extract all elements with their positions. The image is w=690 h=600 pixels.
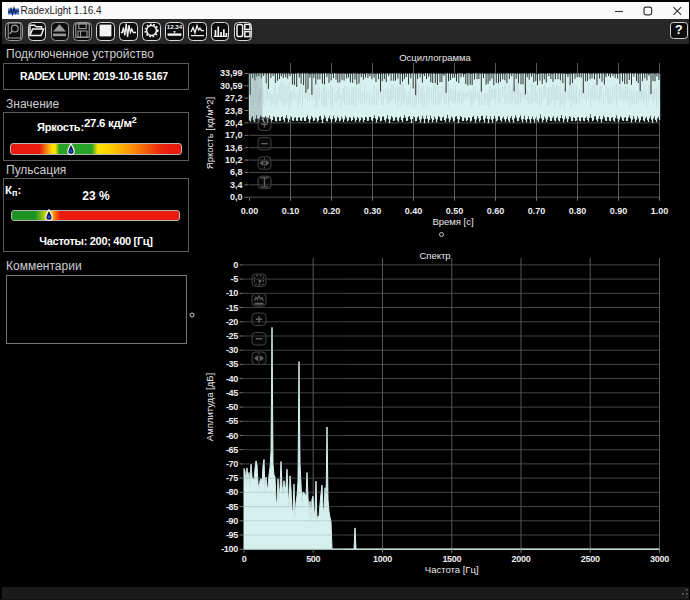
svg-text:17,0: 17,0 bbox=[225, 130, 243, 140]
svg-text:0.80: 0.80 bbox=[569, 206, 587, 216]
svg-text:Частота [Гц]: Частота [Гц] bbox=[425, 564, 479, 575]
svg-text:6,8: 6,8 bbox=[230, 167, 243, 177]
svg-text:0: 0 bbox=[242, 554, 247, 564]
svg-text:-80: -80 bbox=[226, 487, 238, 497]
svg-text:30,59: 30,59 bbox=[220, 81, 243, 91]
svg-text:0.30: 0.30 bbox=[364, 206, 382, 216]
svg-text:-35: -35 bbox=[226, 359, 238, 369]
svg-text:3,4: 3,4 bbox=[230, 180, 243, 190]
svg-text:1.00: 1.00 bbox=[651, 206, 669, 216]
svg-text:500: 500 bbox=[306, 554, 320, 564]
svg-text:0.90: 0.90 bbox=[610, 206, 628, 216]
svg-text:-90: -90 bbox=[226, 516, 238, 526]
svg-text:-15: -15 bbox=[226, 303, 238, 313]
svg-text:Яркость [кд/м^2]: Яркость [кд/м^2] bbox=[204, 97, 215, 169]
svg-text:0.50: 0.50 bbox=[446, 206, 464, 216]
svg-text:-85: -85 bbox=[226, 502, 238, 512]
svg-text:2500: 2500 bbox=[581, 554, 600, 564]
svg-text:-10: -10 bbox=[226, 288, 238, 298]
svg-text:2000: 2000 bbox=[512, 554, 531, 564]
svg-text:Спектр: Спектр bbox=[419, 250, 450, 261]
svg-text:33,99: 33,99 bbox=[220, 68, 243, 78]
svg-text:-30: -30 bbox=[226, 345, 238, 355]
svg-text:0.10: 0.10 bbox=[282, 206, 300, 216]
svg-text:27,2: 27,2 bbox=[225, 93, 243, 103]
svg-text:23,8: 23,8 bbox=[225, 106, 243, 116]
svg-text:-20: -20 bbox=[226, 317, 238, 327]
svg-text:-65: -65 bbox=[226, 445, 238, 455]
svg-text:0.60: 0.60 bbox=[487, 206, 505, 216]
svg-text:-50: -50 bbox=[226, 402, 238, 412]
svg-text:0.40: 0.40 bbox=[405, 206, 423, 216]
svg-text:-100: -100 bbox=[221, 544, 238, 554]
svg-text:0.00: 0.00 bbox=[241, 206, 259, 216]
svg-text:Время [с]: Время [с] bbox=[432, 216, 473, 227]
svg-text:1500: 1500 bbox=[442, 554, 461, 564]
svg-text:0,0: 0,0 bbox=[230, 192, 243, 202]
svg-text:10,2: 10,2 bbox=[225, 155, 243, 165]
svg-text:-45: -45 bbox=[226, 388, 238, 398]
svg-text:-40: -40 bbox=[226, 374, 238, 384]
svg-text:0: 0 bbox=[233, 260, 238, 270]
svg-text:13,6: 13,6 bbox=[225, 143, 243, 153]
svg-text:-60: -60 bbox=[226, 431, 238, 441]
svg-text:20,4: 20,4 bbox=[225, 118, 243, 128]
svg-text:-70: -70 bbox=[226, 459, 238, 469]
svg-text:1000: 1000 bbox=[373, 554, 392, 564]
svg-text:-55: -55 bbox=[226, 416, 238, 426]
svg-text:Амплитуда [дБ]: Амплитуда [дБ] bbox=[204, 373, 215, 441]
svg-text:-95: -95 bbox=[226, 530, 238, 540]
svg-text:-25: -25 bbox=[226, 331, 238, 341]
svg-text:-75: -75 bbox=[226, 473, 238, 483]
svg-text:0.20: 0.20 bbox=[323, 206, 341, 216]
svg-text:3000: 3000 bbox=[650, 554, 669, 564]
svg-text:-5: -5 bbox=[231, 274, 239, 284]
svg-text:0.70: 0.70 bbox=[528, 206, 546, 216]
svg-text:Осциллограмма: Осциллограмма bbox=[399, 52, 471, 63]
